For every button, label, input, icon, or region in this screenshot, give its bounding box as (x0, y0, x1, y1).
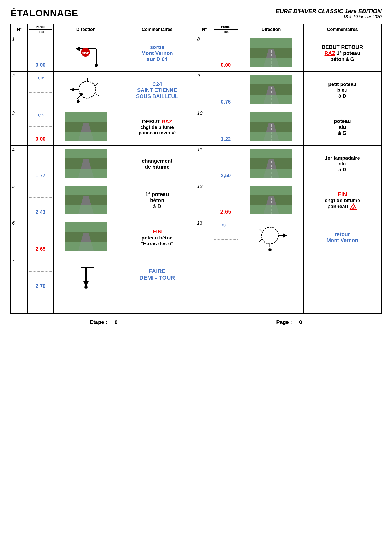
row-direction-right (239, 146, 304, 182)
empty-cell (196, 293, 213, 314)
row-direction-left (54, 219, 118, 256)
row-direction-right (239, 109, 304, 146)
svg-marker-1 (76, 46, 80, 52)
row-direction-right (239, 182, 304, 219)
col-direction-right: Direction (239, 24, 304, 35)
empty-cell (303, 293, 381, 314)
row-direction-right (239, 256, 304, 293)
row-num-left: 2 (11, 72, 27, 109)
row-comment-left: DEBUT RAZchgt de bitumepanneau inversé (118, 109, 196, 146)
svg-rect-10 (250, 58, 292, 67)
row-comment-right: retourMont Vernon (303, 219, 381, 256)
table-row: 20,16 C24SAINT ETIENNESOUS BAILLEUL90,76… (11, 72, 381, 109)
row-num-left: 1 (11, 35, 27, 72)
svg-rect-61 (65, 222, 107, 232)
row-num-left: 3 (11, 109, 27, 146)
row-comment-right: 1er lampadairealuà D (303, 146, 381, 182)
svg-rect-40 (65, 169, 107, 178)
row-num-right: 12 (196, 182, 213, 219)
row-direction-left (54, 256, 118, 293)
svg-text:⚠: ⚠ (352, 206, 355, 209)
event-title: EURE D'HIVER CLASSIC 1ère EDITION (276, 8, 382, 15)
empty-cell (118, 293, 196, 314)
row-partial-total-right: 2,65 (213, 182, 239, 219)
row-partial-total-left: 0,320,00 (27, 109, 53, 146)
row-partial-total-right: 0,05 (213, 219, 239, 256)
empty-row (11, 293, 381, 314)
row-partial-total-right: 0,76 (213, 72, 239, 109)
col-partial-left: Partiel Total (27, 24, 53, 35)
table-row: 62,65 FINpoteau béton"Haras des ô"130,05… (11, 219, 381, 256)
etape-section: Etape : 0 (90, 319, 118, 325)
empty-cell (27, 293, 53, 314)
svg-line-18 (96, 94, 99, 96)
row-partial-total-left: 2,70 (27, 256, 53, 293)
row-num-right: 8 (196, 35, 213, 72)
row-num-right: 11 (196, 146, 213, 182)
row-num-right: 10 (196, 109, 213, 146)
row-num-right: 9 (196, 72, 213, 109)
svg-rect-9 (250, 38, 292, 48)
row-comment-right: poteaualuà G (303, 109, 381, 146)
row-comment-right: FINchgt de bitumepanneau ⚠ (303, 182, 381, 219)
svg-rect-44 (250, 149, 292, 158)
empty-cell (11, 293, 27, 314)
svg-marker-66 (283, 233, 287, 238)
row-direction-left (54, 146, 118, 182)
row-comment-left: C24SAINT ETIENNESOUS BAILLEUL (118, 72, 196, 109)
col-partial-right: Partiel Total (213, 24, 239, 35)
row-direction-left (54, 182, 118, 219)
svg-rect-25 (250, 95, 292, 104)
table-row: 10,00 STOP sortieMont Vernonsur D 6480,0… (11, 35, 381, 72)
row-comment-right (303, 256, 381, 293)
event-info: EURE D'HIVER CLASSIC 1ère EDITION 18 & 1… (276, 8, 382, 19)
svg-rect-39 (65, 149, 107, 158)
col-num-right: N° (196, 24, 213, 35)
row-direction-right (239, 72, 304, 109)
svg-text:STOP: STOP (82, 52, 88, 54)
col-comment-right: Commentaires (303, 24, 381, 35)
row-num-left: 7 (11, 256, 27, 293)
svg-line-69 (259, 239, 262, 242)
svg-point-74 (84, 285, 88, 289)
svg-rect-54 (250, 186, 292, 195)
row-direction-left (54, 72, 118, 109)
svg-point-63 (262, 227, 278, 244)
row-partial-total-right: 0,00 (213, 35, 239, 72)
footer: Etape : 0 Page : 0 (10, 319, 382, 325)
svg-point-70 (268, 248, 272, 251)
row-num-left: 6 (11, 219, 27, 256)
table-row: 72,70 FAIREDEMI - TOUR (11, 256, 381, 293)
table-row: 52,43 1° poteaubétonà D122,65 FINchgt de… (11, 182, 381, 219)
row-num-right: 13 (196, 219, 213, 256)
row-comment-right: petit poteaubleuà D (303, 72, 381, 109)
row-partial-total-left: 2,43 (27, 182, 53, 219)
svg-line-17 (95, 83, 98, 86)
svg-point-19 (77, 100, 80, 103)
svg-marker-15 (70, 88, 74, 92)
svg-rect-29 (65, 112, 107, 122)
svg-rect-35 (250, 132, 292, 141)
etape-label: Etape : (90, 319, 107, 325)
svg-point-5 (95, 64, 98, 67)
svg-rect-34 (250, 112, 292, 122)
row-partial-total-left: 0,16 (27, 72, 53, 109)
row-direction-left: STOP (54, 35, 118, 72)
table-row: 30,320,00 DEBUT RAZchgt de bitumepanneau… (11, 109, 381, 146)
svg-rect-55 (250, 205, 292, 214)
event-date: 18 & 19 janvier 2020 (276, 15, 382, 19)
row-num-right (196, 256, 213, 293)
etape-value: 0 (114, 319, 117, 325)
page-header: ÉTALONNAGE EURE D'HIVER CLASSIC 1ère EDI… (10, 8, 382, 19)
row-partial-total-right: 2,50 (213, 146, 239, 182)
svg-rect-49 (65, 186, 107, 195)
page-value: 0 (299, 319, 302, 325)
row-direction-right (239, 35, 304, 72)
empty-cell (54, 293, 118, 314)
empty-cell (239, 293, 304, 314)
svg-line-68 (260, 229, 262, 232)
col-comment-left: Commentaires (118, 24, 196, 35)
col-num-left: N° (11, 24, 27, 35)
row-comment-left: changementde bitume (118, 146, 196, 182)
row-partial-total-left: 1,77 (27, 146, 53, 182)
